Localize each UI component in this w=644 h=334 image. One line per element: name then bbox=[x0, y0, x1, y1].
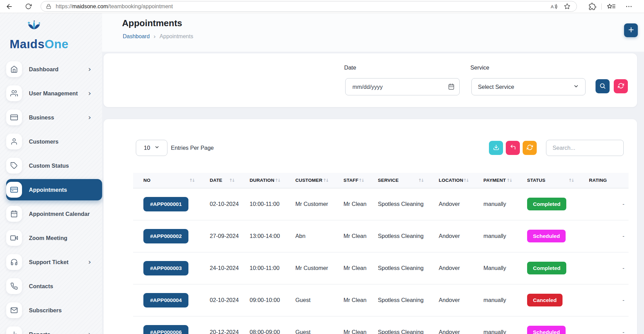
chevron-right-icon: › bbox=[88, 90, 91, 97]
phone-icon bbox=[6, 278, 22, 294]
card-icon bbox=[6, 182, 22, 198]
browser-menu-icon[interactable] bbox=[625, 3, 633, 10]
cell-date: 02-10-2024 bbox=[199, 188, 239, 220]
appointment-no-badge[interactable]: #APP000002 bbox=[143, 229, 188, 243]
service-filter-label: Service bbox=[470, 64, 489, 71]
sort-icon[interactable]: ↑↓ bbox=[418, 178, 424, 183]
table-search-input[interactable] bbox=[546, 140, 624, 156]
sort-icon[interactable]: ↑↓ bbox=[506, 178, 513, 183]
chrome-divider bbox=[601, 3, 602, 10]
status-badge: Canceled bbox=[527, 294, 563, 306]
browser-reload-icon[interactable] bbox=[24, 2, 32, 11]
sidebar-menu: Dashboard›User Management›Business›Custo… bbox=[0, 57, 102, 334]
sort-icon[interactable]: ↑↓ bbox=[275, 178, 281, 183]
sort-icon[interactable]: ↑↓ bbox=[463, 178, 469, 183]
sidebar-item-dashboard[interactable]: Dashboard› bbox=[6, 59, 99, 80]
reload-table-button[interactable] bbox=[523, 141, 537, 155]
sidebar-item-contacts[interactable]: Contacts bbox=[6, 275, 99, 297]
appointments-table-panel: 10 Entries Per Page bbox=[103, 119, 637, 334]
calendar-icon bbox=[6, 206, 22, 222]
url-text: https://maidsone.com/teambooking/appoint… bbox=[56, 3, 550, 10]
appointment-no-badge[interactable]: #APP000001 bbox=[143, 197, 188, 211]
breadcrumb-dashboard-link[interactable]: Dashboard bbox=[123, 33, 150, 40]
export-button[interactable] bbox=[489, 141, 503, 155]
sidebar-item-reports[interactable]: Reports› bbox=[6, 324, 99, 334]
sidebar-item-label: Business bbox=[29, 114, 54, 121]
chevron-right-icon: › bbox=[88, 114, 91, 121]
sort-icon[interactable]: ↑↓ bbox=[189, 178, 195, 183]
column-header-payment[interactable]: PAYMENT↑↓ bbox=[473, 173, 517, 188]
sort-icon[interactable]: ↑↓ bbox=[229, 178, 235, 183]
sidebar-item-user-management[interactable]: User Management› bbox=[6, 83, 99, 104]
page-title: Appointments bbox=[122, 18, 182, 29]
column-header-status[interactable]: STATUS↑↓ bbox=[517, 173, 579, 188]
cell-no: #APP000006 bbox=[133, 316, 199, 334]
sidebar-item-customers[interactable]: Customers bbox=[6, 131, 99, 152]
filter-search-button[interactable] bbox=[596, 79, 610, 93]
column-header-staff[interactable]: STAFF↑↓ bbox=[333, 173, 368, 188]
tag-icon bbox=[6, 158, 22, 174]
user-icon bbox=[6, 134, 22, 149]
address-bar[interactable]: https://maidsone.com/teambooking/appoint… bbox=[41, 1, 577, 12]
column-header-duration[interactable]: DURATION↑↓ bbox=[239, 173, 285, 188]
breadcrumb-separator: › bbox=[153, 33, 156, 40]
sidebar-item-custom-status[interactable]: Custom Status bbox=[6, 155, 99, 176]
sidebar-item-zoom-meeting[interactable]: Zoom Meeting bbox=[6, 227, 99, 249]
appointment-no-badge[interactable]: #APP000003 bbox=[143, 261, 188, 275]
cell-rating: - bbox=[579, 220, 629, 252]
cell-status: Completed bbox=[517, 252, 579, 284]
extensions-icon[interactable] bbox=[589, 3, 596, 10]
add-appointment-button[interactable] bbox=[624, 23, 638, 37]
logo-plume-icon bbox=[26, 20, 42, 35]
appointment-no-badge[interactable]: #APP000004 bbox=[143, 293, 188, 307]
sidebar-item-business[interactable]: Business› bbox=[6, 107, 99, 128]
sidebar-item-label: Reports bbox=[29, 331, 50, 334]
chevron-down-icon bbox=[154, 145, 160, 151]
column-header-customer[interactable]: CUSTOMER↑↓ bbox=[285, 173, 333, 188]
cell-staff: Mr Clean bbox=[333, 188, 368, 220]
cell-status: Scheduled bbox=[517, 220, 579, 252]
column-header-no[interactable]: NO↑↓ bbox=[133, 173, 199, 188]
sort-icon[interactable]: ↑↓ bbox=[359, 178, 365, 183]
cell-date: 27-09-2024 bbox=[199, 220, 239, 252]
maidsone-logo[interactable]: MaıdsOne bbox=[10, 21, 89, 52]
cell-payment: Manually bbox=[473, 252, 517, 284]
cell-payment: manually bbox=[473, 188, 517, 220]
read-aloud-icon[interactable]: A bbox=[550, 3, 558, 10]
sidebar-item-label: Custom Status bbox=[29, 163, 69, 169]
sidebar-item-appointments[interactable]: Appointments bbox=[6, 179, 102, 200]
favorite-star-icon[interactable] bbox=[564, 3, 570, 10]
column-label: DATE bbox=[210, 178, 222, 183]
sidebar-item-label: User Management bbox=[29, 90, 78, 97]
cell-no: #APP000002 bbox=[133, 220, 199, 252]
undo-button[interactable] bbox=[506, 141, 520, 155]
service-filter-select[interactable]: Select Service bbox=[471, 78, 586, 95]
date-filter-input[interactable] bbox=[345, 78, 460, 95]
column-label: RATING bbox=[589, 178, 607, 183]
appointment-no-badge[interactable]: #APP000006 bbox=[143, 325, 188, 334]
column-header-date[interactable]: DATE↑↓ bbox=[199, 173, 239, 188]
filter-panel: Date Service Select Service bbox=[103, 53, 637, 107]
browser-back-icon[interactable] bbox=[5, 2, 14, 11]
cell-service: Spotless Cleaning bbox=[368, 284, 428, 316]
sidebar-item-subscribers[interactable]: Subscribers bbox=[6, 300, 99, 321]
column-header-location[interactable]: LOCATION↑↓ bbox=[428, 173, 473, 188]
cell-payment: manually bbox=[473, 220, 517, 252]
entries-per-page-select[interactable]: 10 bbox=[136, 140, 167, 156]
column-header-service[interactable]: SERVICE↑↓ bbox=[368, 173, 428, 188]
cell-location: Andover bbox=[428, 220, 473, 252]
sidebar-item-appointment-calendar[interactable]: Appointment Calendar bbox=[6, 203, 99, 225]
sort-icon[interactable]: ↑↓ bbox=[323, 178, 329, 183]
sort-icon[interactable]: ↑↓ bbox=[568, 178, 575, 183]
favorites-list-icon[interactable] bbox=[607, 3, 615, 9]
cell-location: Andover bbox=[428, 252, 473, 284]
status-badge: Scheduled bbox=[527, 230, 566, 242]
cell-staff: Mr Clean bbox=[333, 316, 368, 334]
users-icon bbox=[6, 85, 22, 101]
filter-reset-button[interactable] bbox=[614, 79, 628, 93]
headphones-icon bbox=[6, 254, 22, 270]
sidebar-item-support-ticket[interactable]: Support Ticket› bbox=[6, 251, 99, 273]
table-row: #APP00000324-10-202410:00-11:00Mr Custom… bbox=[133, 252, 629, 284]
column-label: PAYMENT bbox=[483, 178, 506, 183]
cell-status: Canceled bbox=[517, 284, 579, 316]
